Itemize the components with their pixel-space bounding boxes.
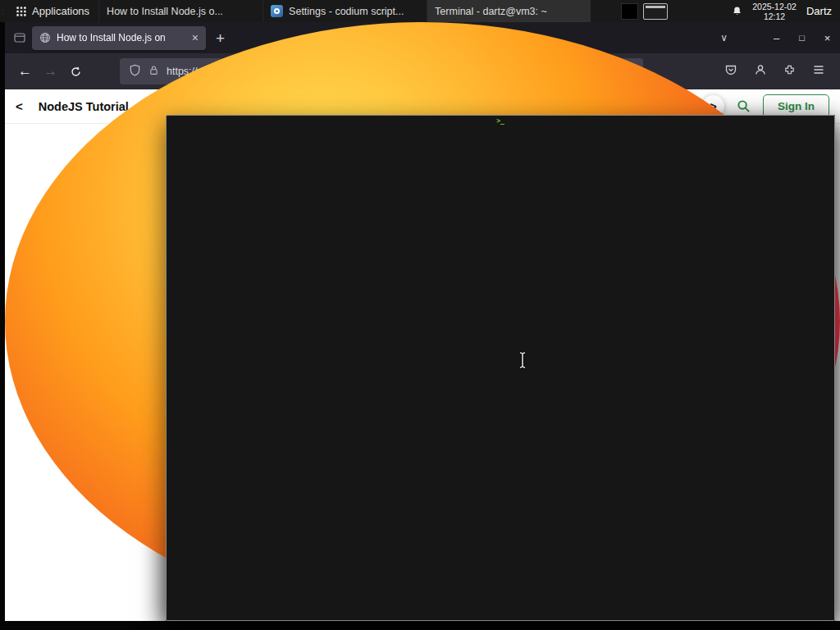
clock-date: 2025-12-02 [752,2,797,11]
panel-user-label: Dartz [806,5,833,17]
reload-button[interactable] [63,59,89,84]
window-button-settings[interactable]: Settings - codium script... [262,0,427,22]
browser-close-button[interactable]: × [815,32,840,44]
panel-handle: ⋮ [0,0,7,22]
settings-icon [271,5,283,17]
nav-scroll-left-icon[interactable]: < [16,99,23,113]
toolbar-right-icons [724,63,833,80]
new-tab-button[interactable]: + [216,30,225,46]
menu-hamburger-icon[interactable] [812,63,825,80]
top-panel: ⋮ Applications How to Install Node.js o.… [0,0,840,22]
window-button-terminal[interactable]: >_Terminal - dartz@vm3: ~ [427,0,591,22]
desktop: ⋮ Applications How to Install Node.js o.… [0,0,840,630]
applications-label: Applications [32,5,89,17]
browser-minimize-button[interactable]: – [764,32,789,44]
site-nav-brand[interactable]: NodeJS Tutorial [39,100,129,113]
forward-button[interactable]: → [38,59,63,84]
notifications-bell-icon[interactable] [732,6,742,16]
clock-time: 12:12 [752,11,797,21]
back-button[interactable]: ← [12,59,38,84]
list-all-tabs-button[interactable]: ∨ [720,32,728,43]
tray-icon-app[interactable] [621,3,638,20]
extensions-puzzle-icon[interactable] [783,64,796,80]
tab-close-button[interactable]: × [192,32,199,43]
applications-menu-button[interactable]: Applications [7,0,98,22]
panel-right: 2025-12-02 12:12 Dartz [621,0,840,22]
window-button-firefox[interactable]: How to Install Node.js o... [98,0,262,22]
browser-maximize-button[interactable]: □ [789,33,815,43]
firefox-view-button[interactable] [13,31,26,44]
account-icon[interactable] [754,63,767,80]
tab-title: How to Install Node.js on [57,32,186,43]
window-button-label: How to Install Node.js o... [107,6,223,17]
window-button-label: Settings - codium script... [289,6,404,17]
browser-tab[interactable]: How to Install Node.js on × [32,26,206,50]
lock-icon[interactable] [148,64,159,79]
search-icon[interactable] [737,99,751,113]
panel-clock[interactable]: 2025-12-02 12:12 [752,2,797,21]
system-tray [621,3,668,20]
tabbar-right: ∨ – □ × [720,22,840,53]
page-favicon-globe-icon [39,32,51,43]
pocket-save-icon[interactable] [724,63,737,80]
window-button-label: Terminal - dartz@vm3: ~ [435,6,547,17]
window-buttons: How to Install Node.js o...Settings - co… [98,0,591,22]
applications-grid-icon [16,6,26,16]
tracking-shield-icon[interactable] [129,64,141,80]
tray-icon-terminal[interactable] [643,3,668,20]
